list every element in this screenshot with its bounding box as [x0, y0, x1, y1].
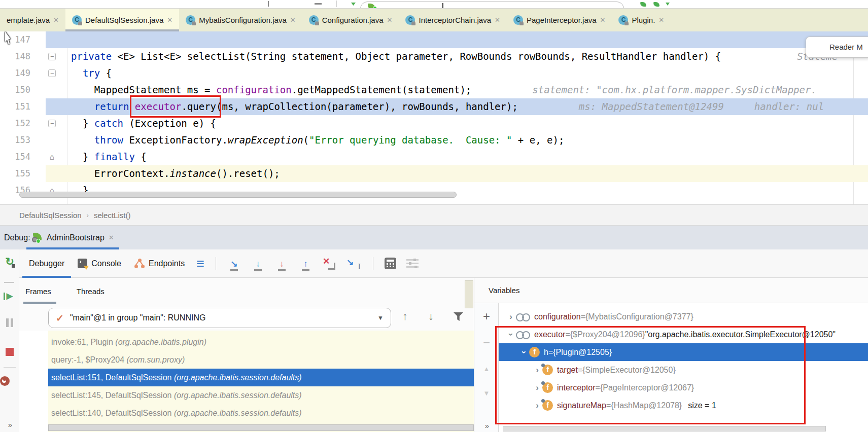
- variables-tree[interactable]: configuration = {MybatisConfiguration@73…: [499, 303, 868, 432]
- filter-funnel-icon[interactable]: [454, 312, 463, 321]
- fold-marker-icon[interactable]: [48, 153, 56, 161]
- watch-field-icon: [516, 331, 530, 338]
- debug-session-tab[interactable]: AdminBootstrap: [26, 226, 119, 249]
- tab-endpoints[interactable]: Endpoints: [128, 249, 191, 278]
- run-icon[interactable]: [640, 2, 646, 7]
- close-tab-icon[interactable]: [658, 16, 664, 24]
- frames-vertical-scrollbar[interactable]: [465, 280, 473, 308]
- code-line[interactable]: 153 throw ExceptionFactory.wrapException…: [0, 132, 868, 149]
- thread-selector-combo[interactable]: "main"@1 in group "main": RUNNING: [48, 308, 391, 328]
- more-actions-icon[interactable]: [0, 420, 19, 429]
- close-tab-icon[interactable]: [600, 16, 606, 24]
- line-number[interactable]: 151: [0, 98, 30, 115]
- more-actions-icon[interactable]: [474, 421, 499, 430]
- reader-mode-popup[interactable]: Reader M: [806, 37, 868, 58]
- chevron-right-icon[interactable]: [532, 379, 542, 397]
- line-number[interactable]: 147: [0, 31, 30, 48]
- variable-row[interactable]: target = {SimpleExecutor@12050}: [499, 361, 868, 379]
- stop-icon[interactable]: [0, 348, 19, 358]
- fold-marker-icon[interactable]: [48, 69, 56, 77]
- tab-frames[interactable]: Frames: [24, 278, 52, 304]
- frame-row[interactable]: selectList:151, DefaultSqlSession (org.a…: [48, 369, 474, 386]
- pause-icon[interactable]: [0, 318, 19, 329]
- breadcrumb-method[interactable]: selectList(): [94, 211, 131, 220]
- breadcrumb-class[interactable]: DefaultSqlSession: [19, 211, 82, 220]
- frames-horizontal-scrollbar[interactable]: [48, 424, 474, 431]
- line-number[interactable]: 152: [0, 115, 30, 132]
- frame-row[interactable]: query:-1, $Proxy204 (com.sun.proxy): [48, 351, 474, 369]
- editor-tab[interactable]: emplate.java: [0, 9, 65, 31]
- close-tab-icon[interactable]: [495, 16, 500, 24]
- tab-threads[interactable]: Threads: [76, 278, 106, 304]
- line-number[interactable]: 149: [0, 65, 30, 82]
- variable-row[interactable]: configuration = {MybatisConfiguration@73…: [499, 308, 868, 326]
- close-tab-icon[interactable]: [387, 16, 393, 24]
- editor-tab[interactable]: MybatisConfiguration.java: [179, 9, 302, 31]
- code-line[interactable]: 154 } finally {: [0, 149, 868, 165]
- line-number[interactable]: 153: [0, 132, 30, 149]
- frame-down-icon[interactable]: ↓: [428, 310, 434, 322]
- drop-frame-icon[interactable]: [323, 256, 336, 271]
- code-editor[interactable]: 147148private <E> List<E> selectList(Str…: [0, 31, 868, 204]
- editor-tab[interactable]: Plugin.: [612, 9, 671, 31]
- equals-sign: =: [548, 343, 553, 361]
- close-tab-icon[interactable]: [290, 16, 296, 24]
- variable-row[interactable]: h = {Plugin@12505}: [499, 343, 868, 361]
- scroll-up-icon[interactable]: [474, 365, 499, 373]
- editor-horizontal-scrollbar[interactable]: [19, 192, 457, 198]
- debug-icon[interactable]: [653, 2, 659, 7]
- frame-location: invoke:61, Plugin: [51, 338, 115, 346]
- frame-row[interactable]: selectList:145, DefaultSqlSession (org.a…: [48, 386, 474, 404]
- variable-string-preview: "org.apache.ibatis.executor.SimpleExecut…: [645, 326, 836, 343]
- variable-row[interactable]: interceptor = {PageInterceptor@12067}: [499, 379, 868, 397]
- line-number[interactable]: 150: [0, 82, 30, 98]
- step-out-icon[interactable]: ↑: [299, 256, 313, 271]
- code-line[interactable]: 155 ErrorContext.instance().reset();: [0, 165, 868, 182]
- mute-breakpoints-icon[interactable]: [0, 379, 10, 387]
- code-line[interactable]: 151 return executor.query(ms, wrapCollec…: [0, 98, 868, 115]
- scroll-down-icon[interactable]: [474, 389, 499, 397]
- tab-console[interactable]: Console: [71, 249, 128, 278]
- run-configuration-combo[interactable]: [360, 2, 624, 9]
- frame-row[interactable]: selectList:140, DefaultSqlSession (org.a…: [48, 404, 474, 422]
- frame-up-icon[interactable]: ↑: [402, 310, 408, 322]
- editor-tab[interactable]: DefaultSqlSession.java: [65, 9, 179, 31]
- run-to-cursor-icon[interactable]: [346, 256, 362, 271]
- add-watch-icon[interactable]: [474, 309, 499, 323]
- editor-tab[interactable]: PageInterceptor.java: [507, 9, 612, 31]
- layout-menu-icon[interactable]: [196, 249, 204, 278]
- equals-sign: =: [581, 308, 585, 326]
- run-caret-icon[interactable]: [351, 3, 356, 6]
- variables-horizontal-scrollbar[interactable]: [503, 426, 826, 431]
- fold-marker-icon[interactable]: [48, 53, 56, 60]
- resume-icon[interactable]: [0, 291, 19, 302]
- step-over-icon[interactable]: ↘: [227, 256, 241, 271]
- step-into-icon[interactable]: ↓: [251, 256, 265, 271]
- code-line[interactable]: 147: [0, 31, 868, 48]
- line-number[interactable]: 148: [0, 48, 30, 65]
- fold-marker-icon[interactable]: [48, 120, 56, 127]
- code-line[interactable]: 148private <E> List<E> selectList(String…: [0, 48, 868, 65]
- frames-list[interactable]: invoke:61, Plugin (org.apache.ibatis.plu…: [48, 331, 474, 432]
- variable-row[interactable]: signatureMap = {HashMap@12078}size = 1: [499, 397, 868, 414]
- chevron-right-icon[interactable]: [506, 308, 516, 326]
- frame-row[interactable]: invoke:61, Plugin (org.apache.ibatis.plu…: [48, 333, 474, 351]
- force-step-into-icon[interactable]: ↓: [275, 256, 289, 271]
- line-number[interactable]: 154: [0, 149, 30, 165]
- code-line[interactable]: 149 try {: [0, 65, 868, 82]
- close-session-icon[interactable]: [109, 234, 114, 241]
- rerun-icon[interactable]: [0, 256, 19, 268]
- chevron-right-icon[interactable]: [532, 361, 542, 379]
- editor-tab[interactable]: InterceptorChain.java: [399, 9, 507, 31]
- line-number[interactable]: 155: [0, 165, 30, 182]
- evaluate-expression-icon[interactable]: [385, 258, 396, 269]
- variable-row[interactable]: executor = {$Proxy204@12096} "org.apache…: [499, 326, 868, 343]
- caret-icon[interactable]: [666, 3, 670, 6]
- chevron-right-icon[interactable]: [532, 397, 542, 414]
- class-icon: [405, 15, 415, 25]
- remove-watch-icon[interactable]: [474, 336, 499, 350]
- close-tab-icon[interactable]: [167, 16, 172, 24]
- close-tab-icon[interactable]: [53, 16, 59, 24]
- tab-debugger[interactable]: Debugger: [22, 249, 71, 278]
- editor-tab[interactable]: Configuration.java: [302, 9, 399, 31]
